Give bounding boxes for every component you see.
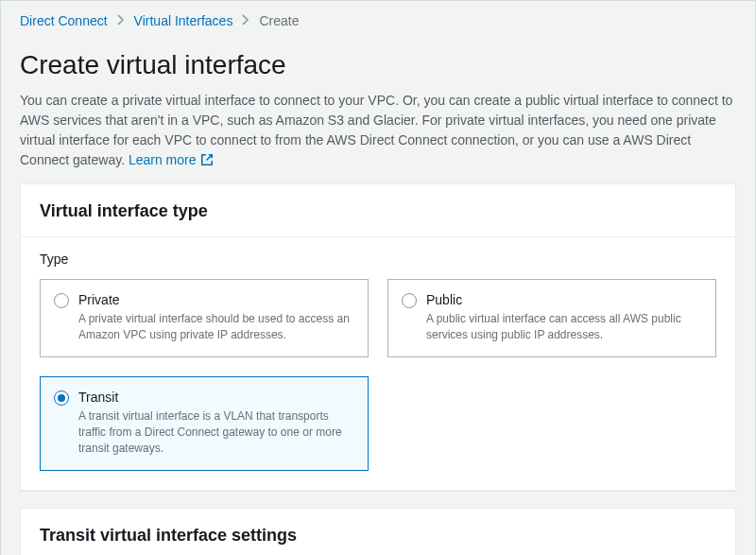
radio-label-transit: Transit — [78, 389, 354, 408]
type-field-label: Type — [40, 251, 716, 269]
panel-title: Virtual interface type — [40, 199, 716, 223]
breadcrumb: Direct Connect Virtual Interfaces Create — [1, 1, 755, 39]
radio-label-public: Public — [426, 291, 702, 310]
breadcrumb-direct-connect[interactable]: Direct Connect — [20, 12, 108, 31]
learn-more-link[interactable]: Learn more — [129, 150, 214, 170]
radio-icon — [402, 293, 417, 308]
virtual-interface-type-panel: Virtual interface type Type Private A pr… — [20, 183, 736, 491]
radio-label-private: Private — [78, 291, 354, 310]
panel-title: Transit virtual interface settings — [40, 524, 716, 547]
radio-tile-public[interactable]: Public A public virtual interface can ac… — [387, 279, 716, 357]
radio-desc-transit: A transit virtual interface is a VLAN th… — [78, 408, 354, 456]
radio-tile-transit[interactable]: Transit A transit virtual interface is a… — [40, 376, 369, 471]
breadcrumb-virtual-interfaces[interactable]: Virtual Interfaces — [134, 12, 233, 31]
radio-desc-public: A public virtual interface can access al… — [426, 311, 702, 343]
radio-desc-private: A private virtual interface should be us… — [78, 311, 354, 343]
chevron-right-icon — [242, 12, 249, 31]
page-title: Create virtual interface — [20, 46, 736, 83]
chevron-right-icon — [117, 12, 125, 31]
breadcrumb-current: Create — [259, 12, 299, 31]
radio-icon — [54, 390, 69, 406]
external-link-icon — [200, 153, 214, 166]
transit-settings-panel: Transit virtual interface settings — [20, 508, 736, 555]
radio-icon — [54, 293, 69, 308]
radio-tile-private[interactable]: Private A private virtual interface shou… — [40, 279, 369, 357]
page-description: You can create a private virtual interfa… — [20, 91, 736, 170]
